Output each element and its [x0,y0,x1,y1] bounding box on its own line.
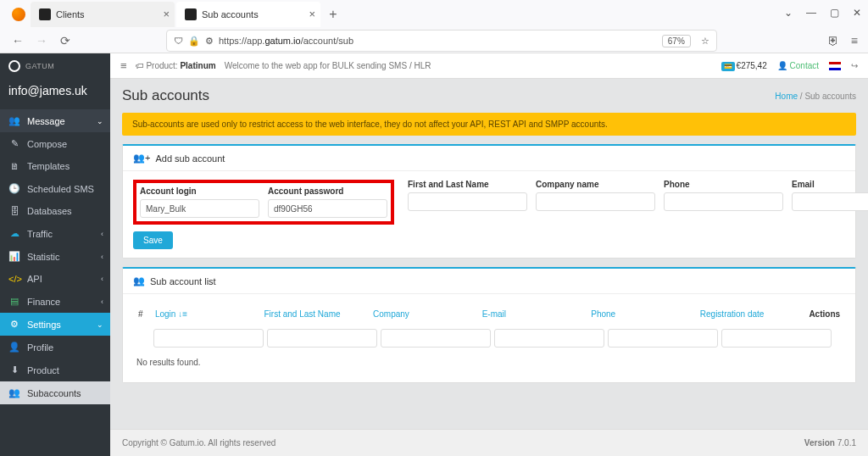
table-header: # Login ↓≡ First and Last Name Company E… [133,303,845,325]
brand-logo: GATUM [0,53,110,79]
sidebar-item-finance[interactable]: ▤Finance‹ [0,290,110,313]
breadcrumb: Home / Sub accounts [775,92,856,101]
add-subaccount-panel: 👥+Add sub account Account login Account … [122,144,856,259]
code-icon: </> [8,274,20,284]
sidebar-item-api[interactable]: </>API‹ [0,268,110,290]
sidebar-item-message[interactable]: 👥Message⌄ [0,109,110,132]
chevron-left-icon: ‹ [101,230,103,238]
new-tab-button[interactable]: + [322,3,344,25]
col-name[interactable]: First and Last Name [259,306,368,322]
sidebar-item-compose[interactable]: ✎Compose [0,132,110,155]
minimize-icon[interactable]: — [806,7,816,19]
menu-icon[interactable]: ≡ [851,34,858,47]
database-icon: 🗄 [8,206,20,216]
shield-icon[interactable]: 🛡 [174,36,183,46]
filter-name[interactable] [267,329,377,348]
highlighted-fields: Account login Account password [133,180,394,225]
col-email[interactable]: E-mail [477,306,587,322]
copyright: Copyright © Gatum.io. All rights reserve… [122,438,275,448]
sidebar-item-scheduled[interactable]: 🕒Scheduled SMS [0,177,110,200]
welcome-text: Welcome to the web app for BULK sending … [225,61,431,70]
sidebar-item-traffic[interactable]: ☁Traffic‹ [0,222,110,245]
email-label: Email [792,180,868,189]
document-icon: 🗎 [8,161,20,171]
company-input[interactable] [536,192,655,211]
language-flag[interactable] [829,62,841,70]
address-bar[interactable]: 🛡 🔒 ⚙ https://app.gatum.io/account/sub 6… [166,30,717,52]
lock-icon[interactable]: 🔒 [188,36,200,47]
phone-label: Phone [664,180,783,189]
maximize-icon[interactable]: ▢ [830,7,839,19]
forward-button: → [34,33,49,48]
filter-row [133,325,845,351]
chevron-left-icon: ‹ [101,253,103,261]
filter-reg[interactable] [721,329,832,348]
sidebar-item-databases[interactable]: 🗄Databases [0,200,110,222]
save-button[interactable]: Save [133,231,173,249]
brand-text: GATUM [25,62,54,70]
browser-tab-clients[interactable]: Clients × [31,2,175,27]
chevron-left-icon: ‹ [101,275,103,283]
clock-icon: 🕒 [8,183,20,194]
filter-phone[interactable] [608,329,718,348]
sidebar-item-product[interactable]: ⬇Product [0,359,110,381]
name-input[interactable] [408,192,527,211]
col-num: # [133,306,150,322]
logo-icon [8,60,20,72]
balance[interactable]: 💳€275,42 [721,61,767,70]
version: Version 7.0.1 [804,438,856,448]
col-company[interactable]: Company [368,306,477,322]
password-label: Account password [268,186,387,196]
filter-email[interactable] [494,329,604,348]
back-button[interactable]: ← [10,33,25,48]
users-plus-icon: 👥+ [133,153,150,164]
col-reg[interactable]: Registration date [695,306,804,322]
filter-company[interactable] [381,329,491,348]
email-input[interactable] [792,192,868,211]
download-icon: ⬇ [8,364,20,375]
contact-link[interactable]: 👤 Contact [777,61,819,70]
breadcrumb-current: Sub accounts [804,92,856,101]
logout-icon[interactable]: ↪ [851,61,858,70]
sidebar-item-subaccounts[interactable]: 👥Subaccounts [0,381,110,404]
col-login[interactable]: Login ↓≡ [150,306,259,322]
close-window-icon[interactable]: ✕ [853,7,861,19]
close-tab-icon[interactable]: × [163,8,170,20]
close-tab-icon[interactable]: × [309,8,315,20]
zoom-level[interactable]: 67% [662,35,691,47]
chevron-left-icon: ‹ [101,298,103,306]
col-phone[interactable]: Phone [586,306,695,322]
info-alert: Sub-accounts are used only to restrict a… [122,113,856,136]
url-text: https://app.gatum.io/account/sub [219,36,353,46]
sidebar-item-profile[interactable]: 👤Profile [0,336,110,359]
pocket-icon[interactable]: ⛨ [827,34,839,47]
col-actions: Actions [804,306,845,322]
bookmark-icon[interactable]: ☆ [701,36,709,47]
sidebar-item-statistic[interactable]: 📊Statistic‹ [0,245,110,268]
tab-title: Clients [56,9,85,19]
menu-toggle-icon[interactable]: ≡ [120,59,127,72]
money-icon: ▤ [8,296,20,307]
chevron-down-icon: ⌄ [97,117,103,125]
password-input[interactable] [268,199,387,218]
filter-login[interactable] [153,329,264,348]
no-results: No results found. [133,351,845,374]
permissions-icon[interactable]: ⚙ [205,36,214,47]
panel-title: Add sub account [155,153,225,164]
chevron-down-icon[interactable]: ⌄ [784,7,793,19]
login-input[interactable] [140,199,259,218]
phone-input[interactable] [664,192,783,211]
reload-button[interactable]: ⟳ [58,33,73,48]
chart-icon: 📊 [8,251,20,262]
browser-tab-subaccounts[interactable]: Sub accounts × [176,2,320,27]
breadcrumb-home[interactable]: Home [775,92,798,101]
tab-title: Sub accounts [202,9,259,19]
cloud-icon: ☁ [8,228,20,239]
gear-icon: ⚙ [8,319,20,330]
company-label: Company name [536,180,655,189]
user-email: info@james.uk [0,79,110,109]
sidebar-item-settings[interactable]: ⚙Settings⌄ [0,313,110,336]
footer: Copyright © Gatum.io. All rights reserve… [110,429,868,456]
chevron-down-icon: ⌄ [97,320,103,329]
sidebar-item-templates[interactable]: 🗎Templates [0,155,110,177]
